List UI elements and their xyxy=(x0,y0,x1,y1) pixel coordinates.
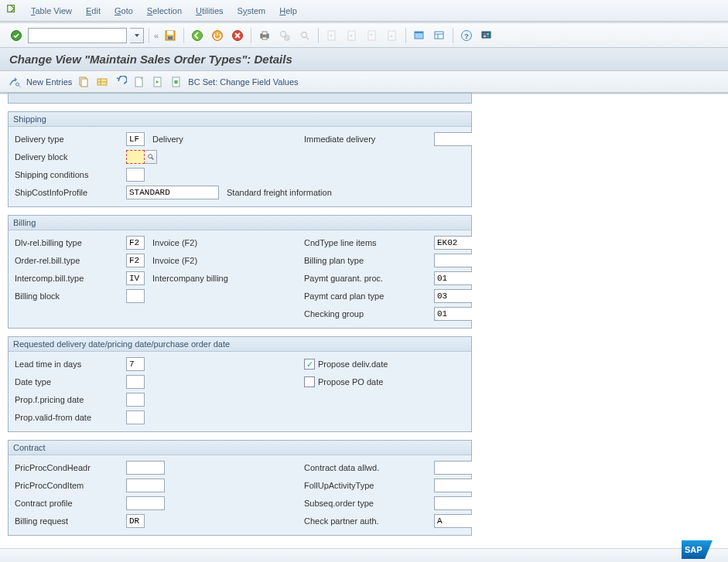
billplan-field[interactable] xyxy=(434,254,472,267)
undo-icon[interactable] xyxy=(114,75,128,89)
checking-group-field[interactable] xyxy=(434,307,472,321)
layout-icon[interactable] xyxy=(431,27,448,44)
help-icon[interactable]: ? xyxy=(458,27,475,44)
billreq-field[interactable] xyxy=(126,514,145,528)
order-rel-field[interactable] xyxy=(126,254,145,267)
propose-deliv-checkbox[interactable] xyxy=(304,359,315,370)
new-session-icon[interactable] xyxy=(411,27,428,44)
contract-data-field[interactable] xyxy=(434,461,472,475)
command-dropdown[interactable] xyxy=(130,28,144,43)
prop-valid-label: Prop.valid-from date xyxy=(10,413,126,422)
shipcost-field[interactable] xyxy=(126,186,219,199)
intercomp-label: Intercomp.bill.type xyxy=(10,274,126,283)
svg-line-44 xyxy=(152,158,153,159)
menu-command-icon[interactable] xyxy=(6,4,17,17)
enter-icon[interactable] xyxy=(8,27,25,44)
svg-rect-3 xyxy=(167,31,173,35)
order-rel-desc: Invoice (F2) xyxy=(145,256,197,265)
ppi-label: PricProcCondItem xyxy=(10,481,126,490)
billing-block-label: Billing block xyxy=(10,291,126,301)
panel-header-shipping: Shipping xyxy=(9,112,471,127)
dlv-rel-desc: Invoice (F2) xyxy=(145,238,197,247)
shipping-cond-field[interactable] xyxy=(126,168,145,182)
immediate-delivery-field[interactable] xyxy=(434,132,472,146)
toggle-view-icon[interactable] xyxy=(8,75,22,89)
delivery-block-field[interactable] xyxy=(126,150,145,164)
command-field[interactable] xyxy=(28,28,127,43)
select-page-icon[interactable] xyxy=(132,75,146,89)
billplan-label: Billing plan type xyxy=(304,256,434,265)
menu-help[interactable]: HelpHelp xyxy=(279,6,297,15)
back-icon[interactable] xyxy=(189,27,206,44)
delimit-icon[interactable] xyxy=(95,75,109,89)
history-back-icon: « xyxy=(154,31,159,40)
billreq-label: Billing request xyxy=(10,516,126,526)
panel-header-contract: Contract xyxy=(9,441,471,455)
last-page-icon xyxy=(384,27,401,44)
menu-table-view[interactable]: TTable Viewable View xyxy=(31,6,72,15)
local-layout-icon[interactable] xyxy=(478,27,495,44)
exit-icon[interactable] xyxy=(209,27,226,44)
svg-rect-0 xyxy=(8,5,15,12)
delivery-type-desc: Delivery xyxy=(145,135,183,144)
paymt-guar-field[interactable] xyxy=(434,271,472,285)
svg-text:?: ? xyxy=(464,32,469,39)
menu-system[interactable]: SystemSystem xyxy=(238,6,266,15)
delivery-type-field[interactable] xyxy=(126,132,145,146)
next-entry-icon[interactable] xyxy=(151,75,165,89)
shipcost-label: ShipCostInfoProfile xyxy=(10,188,126,197)
menu-utilities[interactable]: UtilitiesUtilities xyxy=(196,6,223,15)
svg-line-15 xyxy=(306,37,309,39)
cndtype-field[interactable] xyxy=(434,236,472,250)
billing-block-field[interactable] xyxy=(126,289,145,303)
menu-edit[interactable]: EditEdit xyxy=(86,6,101,15)
new-entries-button[interactable]: New Entries xyxy=(26,77,72,87)
menubar: TTable Viewable View EditEdit GotoGoto S… xyxy=(0,0,728,22)
ppi-field[interactable] xyxy=(126,479,165,492)
checkpartner-field[interactable] xyxy=(434,514,472,528)
f4-search-icon[interactable] xyxy=(145,150,157,164)
paymt-card-label: Paymt card plan type xyxy=(304,291,434,301)
panel-billing: Billing Dlv-rel.billing type Invoice (F2… xyxy=(8,215,472,329)
contract-profile-label: Contract profile xyxy=(10,499,126,508)
propose-deliv-label: Propose deliv.date xyxy=(318,359,388,369)
propose-po-checkbox[interactable] xyxy=(304,376,315,387)
order-rel-label: Order-rel.bill.type xyxy=(10,256,126,265)
pph-field[interactable] xyxy=(126,461,165,475)
svg-line-33 xyxy=(19,85,20,87)
prop-valid-field[interactable] xyxy=(126,410,145,424)
date-type-field[interactable] xyxy=(126,375,145,389)
prop-pricing-label: Prop.f.pricing date xyxy=(10,395,126,404)
contract-profile-field[interactable] xyxy=(126,496,165,510)
dlv-rel-field[interactable] xyxy=(126,236,145,250)
app-toolbar: New Entries BC Set: Change Field Values xyxy=(0,71,728,93)
subseq-label: Subseq.order type xyxy=(304,499,434,508)
paymt-card-field[interactable] xyxy=(434,289,472,303)
delivery-type-label: Delivery type xyxy=(10,135,126,144)
svg-point-32 xyxy=(16,83,19,86)
svg-rect-4 xyxy=(168,36,173,39)
first-page-icon xyxy=(323,27,340,44)
cancel-icon[interactable] xyxy=(229,27,246,44)
intercomp-field[interactable] xyxy=(126,271,145,285)
save-icon[interactable] xyxy=(162,27,179,44)
prop-pricing-field[interactable] xyxy=(126,393,145,407)
menu-selection[interactable]: SelectionSelection xyxy=(147,6,182,15)
lead-time-field[interactable] xyxy=(126,357,145,371)
find-icon xyxy=(276,27,293,44)
panel-shipping: Shipping Delivery type Delivery Immediat… xyxy=(8,111,472,207)
svg-rect-29 xyxy=(487,33,489,35)
subseq-field[interactable] xyxy=(434,496,472,510)
paymt-guar-label: Paymt guarant. proc. xyxy=(304,274,434,283)
svg-rect-27 xyxy=(482,32,490,38)
svg-rect-21 xyxy=(415,32,423,33)
print-icon[interactable] xyxy=(256,27,273,44)
follup-field[interactable] xyxy=(434,479,472,492)
panel-dates: Requested delivery date/pricing date/pur… xyxy=(8,336,472,432)
menu-goto[interactable]: GotoGoto xyxy=(114,6,133,15)
prev-entry-icon[interactable] xyxy=(169,75,183,89)
bc-set-button[interactable]: BC Set: Change Field Values xyxy=(188,77,298,87)
checkpartner-label: Check partner auth. xyxy=(304,516,434,526)
titlebar: Change View "Maintain Sales Order Types"… xyxy=(0,48,728,71)
copy-as-icon[interactable] xyxy=(77,75,91,89)
